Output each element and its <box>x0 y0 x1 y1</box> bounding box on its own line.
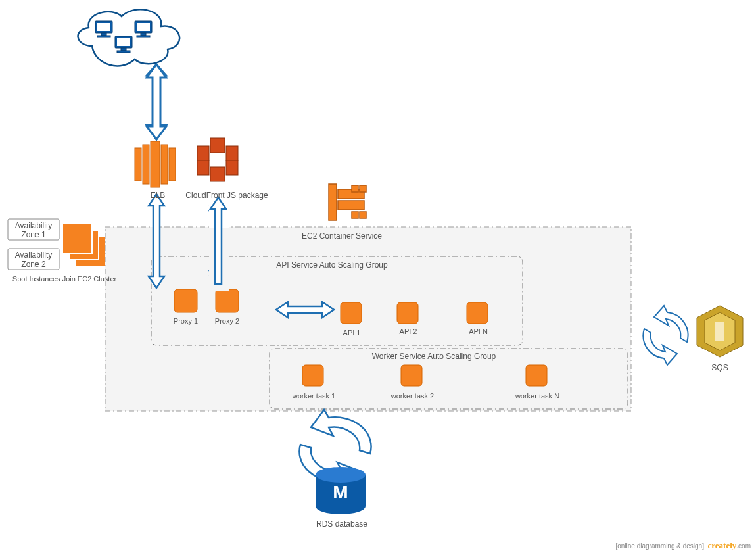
svg-rect-24 <box>329 184 337 220</box>
apin-label: API N <box>460 327 496 335</box>
az1-label: Availability Zone 1 <box>12 221 55 239</box>
rds-icon: M <box>316 467 366 514</box>
worker2-label: worker task 2 <box>381 392 444 400</box>
svg-rect-28 <box>360 185 366 192</box>
svg-rect-16 <box>161 145 168 184</box>
footer-brand: creately <box>708 541 737 550</box>
svg-rect-26 <box>338 201 364 210</box>
svg-rect-27 <box>352 185 358 192</box>
workern-label: worker task N <box>506 392 569 400</box>
svg-rect-35 <box>467 302 488 324</box>
arrow-cloud-elb <box>147 64 166 139</box>
svg-rect-20 <box>226 146 238 160</box>
svg-rect-8 <box>117 51 130 53</box>
svg-rect-43 <box>62 224 92 253</box>
svg-rect-23 <box>226 160 238 175</box>
svg-rect-5 <box>137 36 150 37</box>
svg-rect-29 <box>352 212 358 218</box>
sqs-label: SQS <box>707 363 733 372</box>
svg-rect-31 <box>174 289 197 312</box>
svg-rect-37 <box>401 365 422 386</box>
rds-label: RDS database <box>309 519 375 529</box>
svg-rect-7 <box>121 48 126 51</box>
svg-rect-13 <box>135 148 141 181</box>
footer-tag: [online diagramming & design] <box>615 543 704 550</box>
api1-label: API 1 <box>335 329 368 337</box>
cycle-sqs <box>643 306 688 365</box>
svg-rect-17 <box>169 148 176 181</box>
svg-rect-38 <box>526 365 547 386</box>
api2-label: API 2 <box>392 327 425 335</box>
svg-text:M: M <box>333 482 348 502</box>
az2-label: Availability Zone 2 <box>12 251 55 269</box>
worker1-label: worker task 1 <box>283 392 345 400</box>
footer: [online diagramming & design] creately.c… <box>615 541 751 551</box>
svg-rect-9 <box>97 23 110 31</box>
sqs-icon <box>697 306 743 357</box>
proxy1-label: Proxy 1 <box>168 317 204 325</box>
svg-rect-21 <box>210 167 225 181</box>
az-icon <box>62 224 105 266</box>
ec2-container-label: EC2 Container Service <box>276 231 408 241</box>
svg-rect-4 <box>141 33 146 36</box>
svg-rect-18 <box>210 138 225 153</box>
spot-label: Spot Instances Join EC2 Cluster <box>5 275 124 283</box>
svg-point-51 <box>316 467 366 483</box>
svg-rect-48 <box>715 322 724 341</box>
svg-rect-14 <box>143 145 149 184</box>
clients-cloud-icon <box>78 9 180 66</box>
svg-rect-10 <box>137 23 150 31</box>
footer-suffix: .com <box>736 543 751 550</box>
svg-rect-15 <box>151 141 160 187</box>
svg-rect-32 <box>216 289 239 312</box>
cloudfront-icon <box>197 138 238 181</box>
svg-rect-33 <box>341 302 362 324</box>
worker-group-label: Worker Service Auto Scaling Group <box>355 352 513 361</box>
svg-rect-30 <box>360 212 366 218</box>
svg-rect-2 <box>97 36 110 37</box>
cloudfront-label: CloudFront JS package <box>184 191 270 200</box>
ecs-service-icon <box>329 184 366 220</box>
svg-rect-34 <box>397 302 418 324</box>
api-group-label: API Service Auto Scaling Group <box>256 260 408 270</box>
elb-icon <box>135 141 176 187</box>
svg-rect-22 <box>197 160 209 175</box>
svg-rect-1 <box>101 33 106 36</box>
svg-rect-11 <box>117 38 130 46</box>
proxy2-label: Proxy 2 <box>209 317 245 325</box>
svg-rect-19 <box>197 146 209 160</box>
svg-rect-36 <box>302 365 323 386</box>
diagram-canvas: M Availability Zone 1 Availability Zone … <box>0 0 756 555</box>
elb-label: ELB <box>145 191 171 200</box>
